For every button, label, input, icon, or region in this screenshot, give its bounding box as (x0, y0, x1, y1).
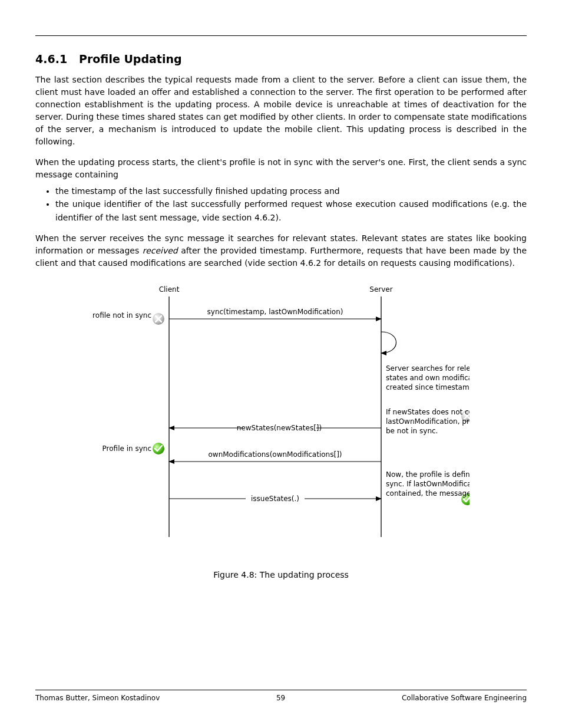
bullet-2: the unique identifier of the last succes… (55, 197, 527, 224)
self-call-arc (381, 332, 396, 353)
issuestates-label: issueStates(.) (251, 495, 299, 503)
footer-center: 59 (276, 694, 285, 702)
section-title: Profile Updating (79, 52, 182, 65)
self-note-2: states and own modifications (386, 374, 470, 382)
bullet-1: the timestamp of the last successfully f… (55, 185, 527, 197)
self-note-1: Server searches for relevant (386, 364, 470, 373)
section-heading: 4.6.1 Profile Updating (35, 52, 527, 65)
paragraph-2: When the updating process starts, the cl… (35, 156, 527, 181)
right-annot-bot-1: Now, the profile is definitely in (386, 470, 470, 479)
right-annot-top-3: be not in sync. (386, 427, 438, 435)
not-sync-icon (153, 313, 164, 325)
right-annot-top-2: lastOwnModification, profile may (386, 417, 470, 426)
server-label: Server (369, 285, 392, 294)
in-sync-icon (153, 443, 164, 454)
figure-sequence-diagram: Client Server Profile not in sync sync(t… (92, 278, 470, 598)
figure-caption: Figure 4.8: The updating process (92, 570, 470, 579)
page-footer: Thomas Butter, Simeon Kostadinov 59 Coll… (35, 690, 527, 702)
sync-label: sync(timestamp, lastOwnModification) (207, 308, 343, 316)
section-number: 4.6.1 (35, 52, 67, 65)
sequence-svg: Client Server Profile not in sync sync(t… (92, 284, 470, 555)
self-note-3: created since timestamp. (386, 383, 470, 391)
paragraph-3: When the server receives the sync messag… (35, 232, 527, 269)
client-label: Client (159, 285, 180, 294)
right-annot-bot-2: sync. If lastOwnModification is (386, 480, 470, 488)
footer-left: Thomas Butter, Simeon Kostadinov (35, 694, 160, 702)
profile-not-sync-label: Profile not in sync (92, 311, 151, 319)
newstates-label: newStates(newStates[]) (237, 424, 322, 432)
top-rule (35, 35, 527, 36)
right-annot-top-1: If newStates does not contain the (386, 408, 470, 416)
bullet-list: the timestamp of the last successfully f… (55, 185, 527, 224)
para3-em: received (143, 246, 178, 255)
paragraph-1: The last section describes the typical r… (35, 74, 527, 148)
profile-in-sync-label: Profile in sync (103, 444, 151, 453)
right-annot-bot-3: contained, the message is ignored. (386, 489, 470, 498)
bottom-rule (35, 690, 527, 690)
ownmods-label: ownModifications(ownModifications[]) (208, 450, 342, 459)
footer-right: Collaborative Software Engineering (402, 694, 527, 702)
